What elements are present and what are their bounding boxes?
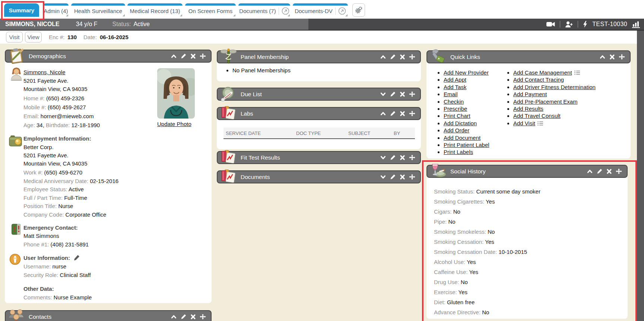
external-link-icon[interactable] [338,7,346,15]
emergency-contact-name: Matt Simmons [23,233,59,239]
birthdate-label: Birthdate: [46,122,70,128]
edit-icon[interactable] [596,169,603,174]
close-icon[interactable] [190,314,196,320]
expand-icon[interactable] [380,91,386,97]
list-menu-icon[interactable] [537,121,543,126]
collapse-icon[interactable] [171,53,177,59]
close-icon[interactable] [399,155,406,160]
quick-link-item[interactable]: Add Dictation [444,120,513,127]
collapse-icon[interactable] [171,314,177,320]
collapse-icon[interactable] [599,54,606,60]
expand-icon[interactable] [380,174,386,180]
edit-icon[interactable] [180,53,187,59]
tab-settings-button[interactable] [352,3,365,17]
lightning-icon[interactable] [583,21,587,28]
edit-icon[interactable] [180,314,187,320]
update-photo-link[interactable]: Update Photo [157,121,191,127]
move-icon[interactable] [409,54,415,60]
documents-panel-title: Documents [241,174,270,180]
age-label: Age: [23,122,35,128]
quick-link-item[interactable]: Add Appt [444,76,513,83]
tab-summary[interactable]: Summary [4,3,39,17]
move-icon[interactable] [409,111,415,116]
panel-membership-body: No Panel Memberships [217,63,421,81]
bar-chart-icon[interactable] [632,21,641,28]
labs-header[interactable]: Labs [217,107,421,120]
move-icon[interactable] [409,155,415,160]
edit-icon[interactable] [390,155,396,160]
quick-link-item[interactable]: Add Payment [513,91,632,98]
panel-membership-header[interactable]: Panel Membership [217,50,421,63]
tab-documents[interactable]: Documents (7) [238,3,290,17]
quick-link-item[interactable]: Checkin [444,98,513,105]
quick-link-item[interactable]: Prescribe [444,105,513,112]
tab-health-surveillance[interactable]: Health Surveillance [71,3,125,17]
patient-name-link[interactable]: Simmons, Nicole [23,69,66,75]
quick-link-item[interactable]: Add Contact Tracing [513,76,632,83]
quick-link-item[interactable]: Email [444,91,513,98]
fit-test-results-header[interactable]: Fit Test Results [217,151,421,164]
documents-panel-header[interactable]: Documents [217,170,421,183]
quick-link-item[interactable]: Print Patient Label [444,141,513,148]
collapse-icon[interactable] [380,54,386,60]
tab-documents-label: Documents (7) [239,8,276,14]
move-icon[interactable] [200,314,206,320]
edit-pencil-icon[interactable] [74,255,80,261]
anniversary-value: 02-15-2016 [90,178,118,184]
close-icon[interactable] [606,169,612,174]
quick-link-item[interactable]: Add Task [444,84,513,91]
close-icon[interactable] [190,53,196,59]
collapse-icon[interactable] [380,111,386,116]
quick-link-item[interactable]: Add Driver Fitness Determination [513,84,632,91]
move-icon[interactable] [409,91,415,97]
quick-links-header[interactable]: Quick Links [426,50,631,63]
close-icon[interactable] [609,54,615,60]
quick-link-item[interactable]: Add Results [513,105,632,112]
list-menu-icon[interactable] [574,70,580,75]
quick-link-item[interactable]: Add New Provider [444,69,513,76]
tab-admin[interactable]: Admin (4) [43,3,69,17]
edit-icon[interactable] [390,54,396,60]
demographics-panel-header[interactable]: Demographics [5,50,212,63]
home-phone-label: Home #: [23,95,45,101]
collapse-icon[interactable] [587,169,593,174]
quick-link-item[interactable]: Add Document [444,134,513,141]
patient-id: TEST-10030 [592,21,627,28]
due-list-header[interactable]: Due List [217,88,421,101]
quick-link-item[interactable]: Add Travel Consult [513,112,632,119]
tab-on-screen-forms[interactable]: On Screen Forms [185,3,236,17]
visit-button[interactable]: Visit [6,32,23,43]
move-icon[interactable] [409,174,415,180]
quick-link-item[interactable]: Add Pre-Placement Exam [513,98,632,105]
quick-link-item[interactable]: Add Order [444,127,513,134]
patient-photo[interactable] [157,68,195,119]
age-value: 34, [37,122,44,128]
edit-icon[interactable] [390,91,396,97]
security-role-value: Clinical Staff [60,272,91,278]
expand-icon[interactable] [380,155,386,160]
video-camera-icon[interactable] [546,22,555,27]
other-data-heading: Other Data: [23,286,54,292]
edit-icon[interactable] [390,174,396,180]
edit-icon[interactable] [390,111,396,116]
view-button[interactable]: View [25,32,42,43]
quick-link-item[interactable]: Add Case Management [513,69,632,76]
add-user-icon[interactable] [565,21,573,28]
tab-medical-record[interactable]: Medical Record (13) [127,3,183,17]
tab-documents-dv[interactable]: Documents-DV [293,3,348,17]
social-history-header[interactable]: Social History [426,165,628,178]
move-icon[interactable] [619,54,625,60]
quick-link-item[interactable]: Print Labels [444,148,513,155]
close-icon[interactable] [399,91,406,97]
collapsed-side-strip[interactable] [637,31,644,321]
quick-link-item[interactable]: Add Visit [513,120,632,127]
mobile-phone-label: Mobile #: [23,104,46,110]
move-icon[interactable] [616,169,622,174]
close-icon[interactable] [399,111,406,116]
move-icon[interactable] [200,53,206,59]
contacts-panel-header[interactable]: Contacts [5,310,212,321]
quick-link-item[interactable]: Print Chart [444,112,513,119]
close-icon[interactable] [399,174,406,180]
close-icon[interactable] [399,54,406,60]
external-link-icon[interactable] [282,7,289,15]
